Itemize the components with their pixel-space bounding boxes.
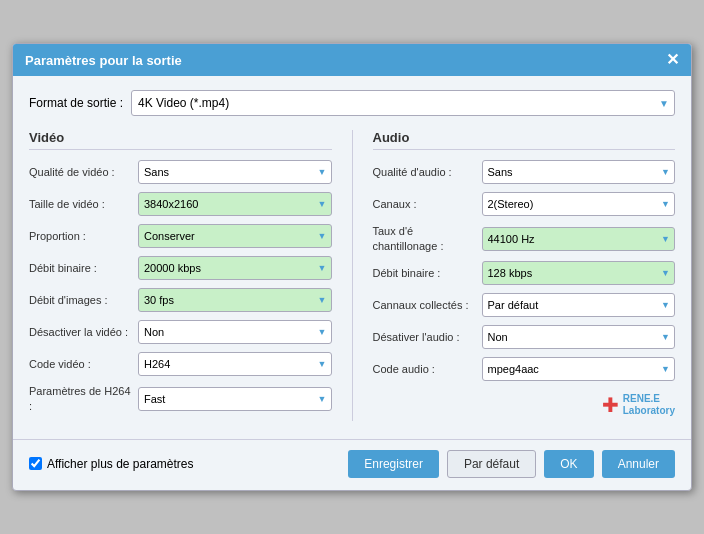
cancel-button[interactable]: Annuler <box>602 450 675 478</box>
field-label-debit-binaire-audio: Débit binaire : <box>373 266 478 280</box>
footer: Afficher plus de paramètres Enregistrer … <box>13 439 691 490</box>
debit-binaire-select[interactable]: 20000 kbps <box>138 256 332 280</box>
field-row: Proportion : Conserver ▼ <box>29 224 332 248</box>
column-divider <box>352 130 353 421</box>
field-row: Canaux : 2(Stereo) ▼ <box>373 192 676 216</box>
field-row: Débit binaire : 20000 kbps ▼ <box>29 256 332 280</box>
field-label-code-audio: Code audio : <box>373 362 478 376</box>
format-select[interactable]: 4K Video (*.mp4) <box>131 90 675 116</box>
field-label-debit-binaire: Débit binaire : <box>29 261 134 275</box>
proportion-select[interactable]: Conserver <box>138 224 332 248</box>
field-label-qualite-audio: Qualité d'audio : <box>373 165 478 179</box>
code-video-select[interactable]: H264 <box>138 352 332 376</box>
field-row: Qualité d'audio : Sans ▼ <box>373 160 676 184</box>
footer-buttons: Enregistrer Par défaut OK Annuler <box>348 450 675 478</box>
field-label-debit-images: Débit d'images : <box>29 293 134 307</box>
dialog-title: Paramètres pour la sortie <box>25 53 182 68</box>
params-h264-select[interactable]: Fast <box>138 387 332 411</box>
field-row: Code vidéo : H264 ▼ <box>29 352 332 376</box>
cannaux-collectes-select[interactable]: Par défaut <box>482 293 676 317</box>
desactiver-video-select[interactable]: Non <box>138 320 332 344</box>
field-row: Débit binaire : 128 kbps ▼ <box>373 261 676 285</box>
taille-video-wrapper: 3840x2160 ▼ <box>138 192 332 216</box>
field-label-taille: Taille de vidéo : <box>29 197 134 211</box>
taux-wrapper: 44100 Hz ▼ <box>482 227 676 251</box>
field-label-canaux: Canaux : <box>373 197 478 211</box>
canaux-wrapper: 2(Stereo) ▼ <box>482 192 676 216</box>
field-row: Paramètres de H264 : Fast ▼ <box>29 384 332 413</box>
field-label-desativer-audio: Désativer l'audio : <box>373 330 478 344</box>
field-row: Cannaux collectés : Par défaut ▼ <box>373 293 676 317</box>
show-more-label: Afficher plus de paramètres <box>47 457 194 471</box>
params-h264-wrapper: Fast ▼ <box>138 387 332 411</box>
field-label-qualite-video: Qualité de vidéo : <box>29 165 134 179</box>
qualite-audio-wrapper: Sans ▼ <box>482 160 676 184</box>
audio-column: Audio Qualité d'audio : Sans ▼ Canaux : … <box>373 130 676 421</box>
canaux-select[interactable]: 2(Stereo) <box>482 192 676 216</box>
logo-line1: RENE.E <box>623 393 675 405</box>
code-video-wrapper: H264 ▼ <box>138 352 332 376</box>
logo-cross-icon: ✚ <box>602 393 619 417</box>
logo-line2: Laboratory <box>623 405 675 417</box>
field-label-code-video: Code vidéo : <box>29 357 134 371</box>
desactiver-video-wrapper: Non ▼ <box>138 320 332 344</box>
format-select-wrapper: 4K Video (*.mp4) ▼ <box>131 90 675 116</box>
debit-binaire-audio-wrapper: 128 kbps ▼ <box>482 261 676 285</box>
checkbox-row: Afficher plus de paramètres <box>29 457 340 471</box>
field-row: Code audio : mpeg4aac ▼ <box>373 357 676 381</box>
taille-video-select[interactable]: 3840x2160 <box>138 192 332 216</box>
field-row: Qualité de vidéo : Sans ▼ <box>29 160 332 184</box>
qualite-audio-select[interactable]: Sans <box>482 160 676 184</box>
field-label-desactiver-video: Désactiver la vidéo : <box>29 325 134 339</box>
audio-section-title: Audio <box>373 130 676 150</box>
title-bar: Paramètres pour la sortie ✕ <box>13 44 691 76</box>
field-row: Débit d'images : 30 fps ▼ <box>29 288 332 312</box>
code-audio-wrapper: mpeg4aac ▼ <box>482 357 676 381</box>
show-more-checkbox[interactable] <box>29 457 42 470</box>
format-label: Format de sortie : <box>29 96 123 110</box>
logo-area: ✚ RENE.E Laboratory <box>373 389 676 417</box>
video-section-title: Vidéo <box>29 130 332 150</box>
debit-binaire-wrapper: 20000 kbps ▼ <box>138 256 332 280</box>
debit-images-wrapper: 30 fps ▼ <box>138 288 332 312</box>
default-button[interactable]: Par défaut <box>447 450 536 478</box>
format-row: Format de sortie : 4K Video (*.mp4) ▼ <box>29 90 675 116</box>
desativer-audio-select[interactable]: Non <box>482 325 676 349</box>
debit-binaire-audio-select[interactable]: 128 kbps <box>482 261 676 285</box>
qualite-video-wrapper: Sans ▼ <box>138 160 332 184</box>
dialog: Paramètres pour la sortie ✕ Format de so… <box>12 43 692 491</box>
taux-select[interactable]: 44100 Hz <box>482 227 676 251</box>
cannaux-collectes-wrapper: Par défaut ▼ <box>482 293 676 317</box>
qualite-video-select[interactable]: Sans <box>138 160 332 184</box>
close-button[interactable]: ✕ <box>666 52 679 68</box>
save-button[interactable]: Enregistrer <box>348 450 439 478</box>
field-row: Taux d'é chantillonage : 44100 Hz ▼ <box>373 224 676 253</box>
dialog-body: Format de sortie : 4K Video (*.mp4) ▼ Vi… <box>13 76 691 431</box>
desativer-audio-wrapper: Non ▼ <box>482 325 676 349</box>
field-label-proportion: Proportion : <box>29 229 134 243</box>
debit-images-select[interactable]: 30 fps <box>138 288 332 312</box>
ok-button[interactable]: OK <box>544 450 593 478</box>
proportion-wrapper: Conserver ▼ <box>138 224 332 248</box>
field-label-cannaux-collectes: Cannaux collectés : <box>373 298 478 312</box>
video-column: Vidéo Qualité de vidéo : Sans ▼ Taille d… <box>29 130 332 421</box>
field-row: Taille de vidéo : 3840x2160 ▼ <box>29 192 332 216</box>
code-audio-select[interactable]: mpeg4aac <box>482 357 676 381</box>
columns: Vidéo Qualité de vidéo : Sans ▼ Taille d… <box>29 130 675 421</box>
field-row: Désativer l'audio : Non ▼ <box>373 325 676 349</box>
field-label-params-h264: Paramètres de H264 : <box>29 384 134 413</box>
field-label-taux: Taux d'é chantillonage : <box>373 224 478 253</box>
field-row: Désactiver la vidéo : Non ▼ <box>29 320 332 344</box>
